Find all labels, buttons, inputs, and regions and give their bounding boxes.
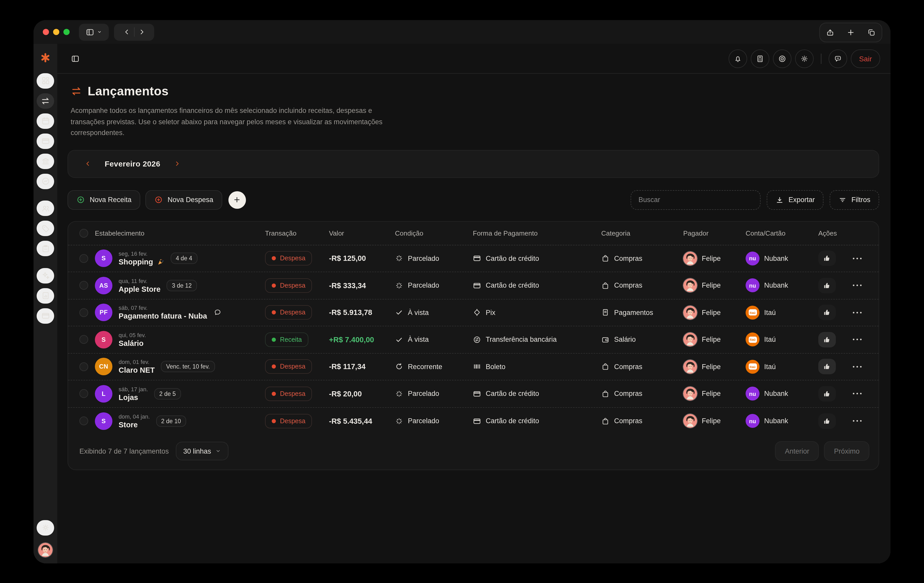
column-categoria: Categoria [601,229,683,237]
confirm-thumb-button[interactable] [818,332,836,347]
confirm-thumb-button[interactable] [818,386,836,402]
header-actions: Sair [729,49,880,68]
transaction-value: -R$ 20,00 [329,390,362,398]
rows-per-page-value: 30 linhas [183,447,211,455]
cell-conta-cartao: nuNubank [746,387,818,401]
cell-condicao: Parcelado [395,282,473,290]
sidebar-item-reports[interactable] [36,288,54,303]
merchant-name-row: Salário [119,339,146,347]
back-button[interactable] [123,28,130,36]
plus-icon [846,28,855,36]
row-menu-button[interactable] [853,420,861,422]
new-tab-button[interactable] [846,28,855,36]
notifications-button[interactable] [729,49,747,68]
confirm-thumb-button[interactable] [818,251,836,266]
sidebar-user-avatar[interactable] [38,543,53,557]
row-checkbox[interactable] [79,389,88,398]
calculator-icon [756,54,764,63]
payer-name: Felipe [702,417,721,425]
row-menu-button[interactable] [853,393,861,395]
transaction-value: +R$ 7.400,00 [329,336,374,344]
calculator-button[interactable] [751,49,769,68]
cell-estabelecimento: CNdom, 01 fev.Claro NETVenc. ter, 10 fev… [95,358,265,375]
row-checkbox[interactable] [79,281,88,290]
confirm-thumb-button[interactable] [818,359,836,374]
sidebar-item-ai[interactable] [36,268,54,283]
category-label: Compras [614,417,642,425]
confirm-thumb-button[interactable] [818,305,836,320]
forward-button[interactable] [138,28,145,36]
row-menu-button[interactable] [853,366,861,367]
new-income-button[interactable]: Nova Receita [68,190,140,209]
share-button[interactable] [826,28,834,36]
sidebar-item-dashboard[interactable] [36,73,54,88]
bank-transfer-icon [473,336,481,344]
row-checkbox[interactable] [79,362,88,371]
export-button[interactable]: Exportar [767,190,823,209]
cell-conta-cartao: nuNubank [746,414,818,428]
row-menu-button[interactable] [853,257,861,259]
thumbs-up-icon [823,308,831,317]
cell-condicao: Parcelado [395,390,473,398]
nav-divider [134,27,134,36]
sidebar-item-transactions[interactable] [36,93,54,109]
sidebar-item-users[interactable] [36,201,54,216]
row-checkbox[interactable] [79,308,88,317]
sidebar-item-cards[interactable] [36,308,54,323]
logout-button[interactable]: Sair [851,49,880,68]
new-expense-button[interactable]: Nova Despesa [145,190,222,209]
transaction-type-badge: Despesa [265,251,312,266]
zoom-window-button[interactable] [63,29,69,35]
row-checkbox[interactable] [79,254,88,263]
privacy-button[interactable] [773,49,792,68]
itau-logo-inner: itaú [748,310,757,316]
tab-overview-button[interactable] [867,28,876,36]
previous-month-button[interactable] [82,158,93,169]
shopping-bag-icon [601,362,609,371]
cell-pagador: Felipe [683,278,746,293]
browser-sidebar-toggle[interactable] [79,23,109,40]
credit-card-icon [41,311,50,320]
sidebar-item-notes[interactable] [36,241,54,256]
select-all-checkbox[interactable] [79,229,88,237]
payer-name: Felipe [702,282,721,290]
cell-categoria: Pagamentos [601,308,683,317]
confirm-thumb-button[interactable] [818,413,836,429]
panel-toggle-button[interactable] [71,54,80,63]
row-menu-button[interactable] [853,339,861,341]
wallet-icon [601,336,609,344]
cell-forma-pagamento: Transferência bancária [473,336,601,344]
column-condicao: Condição [395,229,473,237]
confirm-thumb-button[interactable] [818,278,836,293]
barcode-icon [473,362,481,371]
theme-button[interactable] [795,49,813,68]
sidebar-item-investments[interactable] [36,173,54,189]
sidebar-item-calendar[interactable] [36,113,54,128]
condition-label: Parcelado [408,417,439,425]
row-checkbox[interactable] [79,335,88,344]
minimize-window-button[interactable] [53,29,59,35]
next-page-button[interactable]: Próximo [824,441,870,461]
thumbs-up-icon [823,282,831,290]
previous-page-button[interactable]: Anterior [775,441,819,461]
cell-acoes [818,359,879,374]
feedback-button[interactable] [828,49,847,68]
transaction-date: qua, 11 fev. [119,278,161,284]
sidebar-item-banks[interactable] [36,153,54,169]
chevron-down-icon [215,448,221,454]
sidebar-item-credit-cards[interactable] [36,133,54,149]
next-month-button[interactable] [172,158,183,169]
search-input[interactable] [630,190,761,209]
itau-logo: itaú [746,333,759,347]
row-checkbox[interactable] [79,417,88,425]
quick-add-button[interactable] [228,191,246,209]
row-menu-button[interactable] [853,311,861,313]
installment-badge: Venc. ter, 10 fev. [161,361,215,372]
logout-label: Sair [859,54,872,63]
close-window-button[interactable] [43,29,49,35]
row-menu-button[interactable] [853,285,861,287]
sidebar-item-settings[interactable] [36,520,54,535]
sidebar-item-tags[interactable] [36,221,54,236]
rows-per-page-select[interactable]: 30 linhas [176,442,229,460]
filters-button[interactable]: Filtros [830,190,879,209]
